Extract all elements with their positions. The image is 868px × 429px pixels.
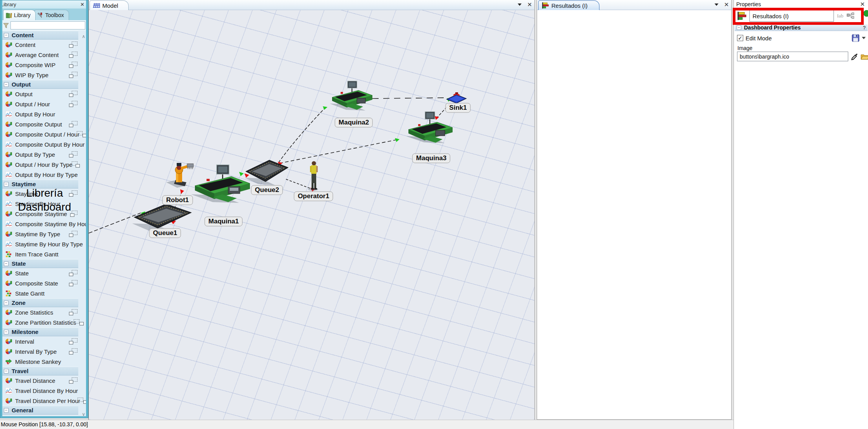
tree-browse-icon[interactable]	[847, 12, 854, 19]
library-item-output-hour-by-type[interactable]: Output / Hour By Type	[2, 159, 78, 170]
sink1-object[interactable]	[446, 92, 467, 104]
collapse-icon[interactable]: −	[4, 301, 9, 305]
collapse-icon[interactable]: −	[4, 369, 9, 374]
model-3d-view[interactable]: Maquina2 Sink1 Maquina3 Queue2 Operator1…	[89, 10, 534, 420]
library-filter-input[interactable]	[10, 21, 85, 29]
pane-menu-icon[interactable]	[715, 3, 718, 6]
library-item-zone-statistics[interactable]: Zone Statistics	[2, 307, 78, 317]
pin-to-dashboard-icon[interactable]	[69, 338, 78, 344]
pin-to-dashboard-icon[interactable]	[69, 309, 78, 315]
rename-icon[interactable]: Iab	[837, 13, 844, 19]
library-item-financial-analysis[interactable]: $Financial Analysis	[2, 415, 78, 416]
scroll-up-icon[interactable]: ∧	[82, 34, 85, 39]
library-item-output-hour[interactable]: Output / Hour	[2, 99, 78, 109]
library-item-milestone-sankey[interactable]: Milestone Sankey	[2, 356, 78, 367]
library-item-content[interactable]: Content	[2, 40, 78, 50]
save-dashboard-icon[interactable]	[852, 34, 859, 42]
library-item-composite-staytime-by-hour[interactable]: Composite Staytime By Hour	[2, 219, 78, 229]
library-item-composite-state[interactable]: Composite State	[2, 278, 78, 288]
library-item-zone-partition-statistics[interactable]: Zone Partition Statistics	[2, 317, 78, 327]
tab-library[interactable]: Library	[3, 10, 36, 20]
dashboard-canvas[interactable]	[537, 10, 731, 419]
close-library-icon[interactable]: ✕	[80, 2, 84, 7]
library-item-travel-distance-by-hour[interactable]: Travel Distance By Hour	[2, 386, 78, 396]
library-item-item-trace-gantt[interactable]: Item Trace Gantt	[2, 249, 78, 259]
save-options-icon[interactable]	[862, 37, 866, 39]
pin-to-dashboard-icon[interactable]	[69, 91, 78, 97]
image-path-input[interactable]	[737, 52, 848, 61]
collapse-icon[interactable]: −	[4, 82, 9, 87]
library-section-general[interactable]: −General	[2, 406, 78, 415]
section-title: Content	[12, 32, 34, 38]
library-section-zone[interactable]: −Zone	[2, 298, 78, 307]
library-item-interval[interactable]: Interval	[2, 336, 78, 346]
library-section-milestone[interactable]: −Milestone	[2, 327, 78, 336]
library-section-travel[interactable]: −Travel	[2, 367, 78, 375]
pin-to-dashboard-icon[interactable]	[69, 280, 78, 286]
pin-to-dashboard-icon[interactable]	[69, 348, 78, 355]
tab-model[interactable]: Model	[90, 0, 129, 10]
library-section-state[interactable]: −State	[2, 259, 78, 268]
library-section-content[interactable]: −Content	[2, 31, 78, 40]
collapse-icon[interactable]: −	[4, 182, 9, 187]
browse-folder-icon[interactable]	[861, 53, 868, 60]
pin-to-dashboard-icon[interactable]	[69, 101, 78, 107]
collapse-icon[interactable]: −	[737, 25, 741, 30]
library-item-output[interactable]: Output	[2, 89, 78, 99]
pin-to-dashboard-icon[interactable]	[69, 62, 78, 68]
library-item-composite-output[interactable]: Composite Output	[2, 119, 78, 129]
pin-to-dashboard-icon[interactable]	[69, 270, 78, 276]
maquina2-object[interactable]	[329, 80, 375, 114]
library-titlebar[interactable]: Library ✕	[2, 0, 86, 9]
library-item-label: Content	[15, 42, 36, 48]
pin-to-dashboard-icon[interactable]	[69, 377, 78, 384]
pie-chart-icon	[5, 190, 12, 197]
maquina3-object[interactable]	[405, 111, 455, 146]
operator1-object[interactable]	[308, 161, 320, 192]
close-model-pane-icon[interactable]: ✕	[527, 2, 532, 7]
scroll-down-icon[interactable]: ∨	[82, 412, 85, 417]
pin-to-dashboard-icon[interactable]	[76, 161, 78, 168]
library-item-output-by-hour[interactable]: Output By Hour	[2, 109, 78, 119]
pin-to-dashboard-icon[interactable]	[69, 151, 78, 157]
close-results-pane-icon[interactable]: ✕	[724, 2, 729, 7]
collapse-icon[interactable]: −	[4, 261, 9, 266]
library-item-travel-distance-per-hour[interactable]: Travel Distance Per Hour	[2, 396, 78, 406]
pin-to-dashboard-icon[interactable]	[69, 42, 78, 48]
library-item-state-gantt[interactable]: State Gantt	[2, 288, 78, 298]
library-item-wip-by-type[interactable]: WIP By Type	[2, 70, 78, 80]
tab-toolbox[interactable]: Toolbox	[34, 10, 69, 20]
library-item-interval-by-type[interactable]: Interval By Type	[2, 346, 78, 356]
collapse-icon[interactable]: −	[4, 330, 9, 334]
library-item-output-by-hour-by-type[interactable]: Output By Hour By Type	[2, 170, 78, 180]
library-item-staytime-by-type[interactable]: Staytime By Type	[2, 229, 78, 239]
eyedropper-icon[interactable]	[851, 53, 858, 61]
pane-menu-icon[interactable]	[518, 3, 522, 6]
collapse-icon[interactable]: −	[4, 33, 9, 38]
library-item-average-content[interactable]: Average Content	[2, 50, 78, 60]
library-item-output-by-type[interactable]: Output By Type	[2, 149, 78, 159]
tab-resultados-label: Resultados (I)	[551, 2, 587, 9]
library-item-staytime-by-hour-by-type[interactable]: Staytime By Hour By Type	[2, 239, 78, 249]
tab-resultados[interactable]: Resultados (I)	[538, 0, 599, 10]
maquina1-object[interactable]	[189, 161, 254, 207]
library-item-composite-output-by-hour[interactable]: Composite Output By Hour	[2, 139, 78, 149]
collapse-icon[interactable]: −	[4, 408, 9, 413]
close-properties-icon[interactable]: ✕	[860, 1, 865, 7]
library-section-output[interactable]: −Output	[2, 80, 78, 89]
library-item-state[interactable]: State	[2, 268, 78, 278]
pin-to-dashboard-icon[interactable]	[69, 72, 78, 78]
dashboard-properties-header[interactable]: − Dashboard Properties ?	[735, 24, 868, 31]
help-icon[interactable]: ?	[863, 25, 866, 31]
robot1-object[interactable]	[166, 158, 195, 192]
edit-mode-row: ✓ Edit Mode	[737, 34, 866, 42]
pin-to-dashboard-icon[interactable]	[69, 231, 78, 237]
dashboard-name-input[interactable]	[749, 10, 834, 22]
library-item-composite-wip[interactable]: Composite WIP	[2, 60, 78, 70]
library-item-composite-output-hour[interactable]: Composite Output / Hour	[2, 129, 78, 139]
tab-model-label: Model	[102, 2, 118, 9]
library-item-travel-distance[interactable]: Travel Distance	[2, 375, 78, 386]
edit-mode-checkbox[interactable]: ✓	[737, 35, 743, 41]
pin-to-dashboard-icon[interactable]	[69, 121, 78, 127]
pin-to-dashboard-icon[interactable]	[69, 52, 78, 58]
